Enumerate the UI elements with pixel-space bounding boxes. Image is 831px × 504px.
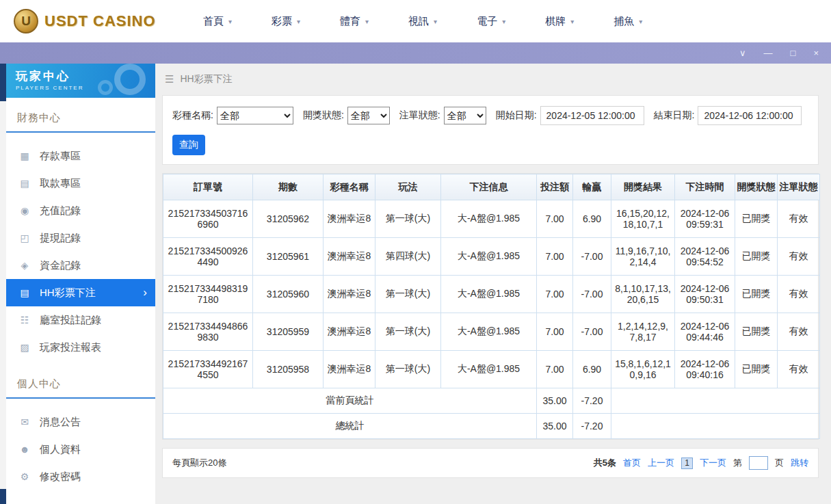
first-page-link[interactable]: 首页 xyxy=(623,457,641,469)
current-page-indicator[interactable]: 1 xyxy=(681,457,693,469)
withdrawal-record-icon: ◰ xyxy=(18,233,31,243)
bet-records-table: 訂單號期數彩種名稱玩法下注信息投注額輸贏開獎結果下注時間開獎狀態注單狀態 215… xyxy=(163,174,820,439)
recharge-record-icon: ◉ xyxy=(18,205,31,216)
top-navigation: U USDT CASINO 首頁▾彩票▾體育▾視訊▾電子▾棋牌▾捕魚▾ xyxy=(0,0,831,42)
column-header: 開獎狀態 xyxy=(735,174,778,200)
minimize-icon[interactable]: — xyxy=(764,49,773,57)
draw-status-select[interactable]: 全部 xyxy=(347,107,390,124)
nav-item-video[interactable]: 視訊▾ xyxy=(408,15,437,28)
breadcrumb: ☰ HH彩票下注 xyxy=(162,64,819,95)
pagination-controls: 共5条 首页 上一页 1 下一页 第 页 跳转 xyxy=(594,456,808,470)
cell-period: 31205960 xyxy=(253,276,324,313)
prev-page-link[interactable]: 上一页 xyxy=(648,457,674,469)
nav-item-board-games[interactable]: 棋牌▾ xyxy=(545,15,574,28)
sidebar-item-hh-lottery-bet[interactable]: ▤HH彩票下注› xyxy=(6,279,155,306)
jump-link[interactable]: 跳转 xyxy=(791,457,808,469)
chevron-down-icon: ▾ xyxy=(570,18,574,25)
cell-win_loss: -7.00 xyxy=(573,313,611,351)
sidebar-item-player-bet-report[interactable]: ▨玩家投注報表› xyxy=(6,334,155,361)
sidebar-item-announcements[interactable]: ✉消息公告› xyxy=(6,408,155,436)
sidebar-item-change-password[interactable]: ⚙修改密碼› xyxy=(6,463,155,490)
sidebar-item-label: 資金記錄 xyxy=(40,259,81,272)
nav-item-home[interactable]: 首頁▾ xyxy=(203,15,232,28)
start-date-label: 開始日期: xyxy=(496,109,537,122)
table-row: 215217334500926449031205961澳洲幸运8第四球(大)大-… xyxy=(163,238,820,276)
next-page-link[interactable]: 下一页 xyxy=(700,457,726,469)
cell-bet_info: 大-A盤@1.985 xyxy=(441,351,537,388)
sidebar-menu: 財務中心▦存款專區›▤取款專區›◉充值記錄›◰提現記錄›◈資金記錄›▤HH彩票下… xyxy=(6,107,155,504)
sidebar-item-withdrawal-record[interactable]: ◰提現記錄› xyxy=(6,224,155,252)
cell-time: 2024-12-06 09:59:31 xyxy=(675,200,735,238)
cell-result: 8,1,10,17,13,20,6,15 xyxy=(611,276,675,313)
total-count-text: 共5条 xyxy=(594,457,616,469)
start-date-input[interactable] xyxy=(540,106,644,125)
page-suffix-label: 页 xyxy=(775,457,784,469)
cell-amount: 7.00 xyxy=(537,276,573,313)
order-status-select[interactable]: 全部 xyxy=(444,107,486,124)
nav-item-fishing[interactable]: 捕魚▾ xyxy=(614,15,642,28)
cell-win_loss: -7.00 xyxy=(573,276,611,313)
sidebar-item-label: 取款專區 xyxy=(40,177,81,190)
per-page-text: 每頁顯示20條 xyxy=(172,457,226,469)
hamburger-menu-icon[interactable]: ☰ xyxy=(165,73,174,85)
deposit-icon: ▦ xyxy=(18,150,31,161)
cell-lottery: 澳洲幸运8 xyxy=(324,238,375,276)
page-total-amount: 35.00 xyxy=(537,388,573,414)
sidebar-item-deposit[interactable]: ▦存款專區› xyxy=(6,142,155,170)
sidebar-item-label: 充值記錄 xyxy=(40,204,81,217)
lottery-name-select[interactable]: 全部 xyxy=(217,107,293,124)
pagination-bar: 每頁顯示20條 共5条 首页 上一页 1 下一页 第 页 跳转 xyxy=(162,448,819,478)
end-date-input[interactable] xyxy=(698,106,802,125)
column-header: 注單狀態 xyxy=(778,174,820,200)
end-date-label: 結束日期: xyxy=(654,109,695,122)
coin-icon: U xyxy=(14,9,38,34)
maximize-icon[interactable]: □ xyxy=(791,49,796,57)
logo[interactable]: U USDT CASINO xyxy=(14,9,174,34)
column-header: 輸贏 xyxy=(573,174,611,200)
grand-total-amount: 35.00 xyxy=(537,414,573,439)
cell-result: 16,15,20,12,18,10,7,1 xyxy=(611,200,675,238)
draw-status-label: 開獎狀態: xyxy=(303,109,344,122)
cell-period: 31205961 xyxy=(253,238,324,276)
page-number-input[interactable] xyxy=(749,456,768,470)
chevron-down-icon: ▾ xyxy=(365,18,369,25)
cell-draw_status: 已開獎 xyxy=(735,313,778,351)
collapse-icon[interactable]: ∨ xyxy=(739,49,746,57)
table-row: 215217334503716696031205962澳洲幸运8第一球(大)大-… xyxy=(163,200,820,238)
cell-draw_status: 已開獎 xyxy=(735,200,778,238)
content-area: ☰ HH彩票下注 彩種名稱: 全部 開獎狀態: 全部 注單狀態: 全部 xyxy=(155,64,831,504)
nav-item-electronic[interactable]: 電子▾ xyxy=(477,15,505,28)
cell-lottery: 澳洲幸运8 xyxy=(324,313,375,351)
close-icon[interactable]: × xyxy=(813,49,819,57)
cell-time: 2024-12-06 09:54:52 xyxy=(675,238,735,276)
sidebar-section-title: 個人中心 xyxy=(6,373,155,399)
grand-total-win-loss: -7.20 xyxy=(573,414,611,439)
decorative-circle-icon xyxy=(114,64,146,95)
chevron-down-icon: ▾ xyxy=(228,18,232,25)
cell-lottery: 澳洲幸运8 xyxy=(324,200,375,238)
column-header: 下注時間 xyxy=(675,174,735,200)
sidebar-item-label: 廳室投註記錄 xyxy=(40,314,101,327)
nav-item-lottery[interactable]: 彩票▾ xyxy=(272,15,300,28)
table-row: 215217334492167455031205958澳洲幸运8第一球(大)大-… xyxy=(163,351,820,388)
search-button[interactable]: 查詢 xyxy=(172,135,205,155)
cell-result: 15,8,1,6,12,10,9,16 xyxy=(611,351,675,388)
cell-order_status: 有效 xyxy=(778,200,820,238)
sidebar-item-funds-record[interactable]: ◈資金記錄› xyxy=(6,252,155,279)
table-header-row: 訂單號期數彩種名稱玩法下注信息投注額輸贏開獎結果下注時間開獎狀態注單狀態 xyxy=(163,174,820,200)
sidebar-item-room-bet-records[interactable]: ☷廳室投註記錄› xyxy=(6,306,155,334)
nav-item-label: 棋牌 xyxy=(545,15,566,28)
sidebar-item-recharge-record[interactable]: ◉充值記錄› xyxy=(6,197,155,224)
column-header: 開獎結果 xyxy=(611,174,675,200)
bet-report-icon: ▨ xyxy=(18,342,31,353)
sidebar-header: 玩家中心 PLAYERS CENTER xyxy=(6,64,155,98)
grand-total-row: 總統計35.00-7.20 xyxy=(163,414,820,439)
sidebar-item-profile[interactable]: ☻個人資料› xyxy=(6,436,155,463)
nav-item-label: 體育 xyxy=(340,15,360,28)
nav-item-sports[interactable]: 體育▾ xyxy=(340,15,369,28)
nav-item-label: 捕魚 xyxy=(614,15,634,28)
chevron-right-icon: › xyxy=(143,286,147,300)
cell-amount: 7.00 xyxy=(537,351,573,388)
cell-draw_status: 已開獎 xyxy=(735,238,778,276)
sidebar-item-withdraw[interactable]: ▤取款專區› xyxy=(6,170,155,197)
